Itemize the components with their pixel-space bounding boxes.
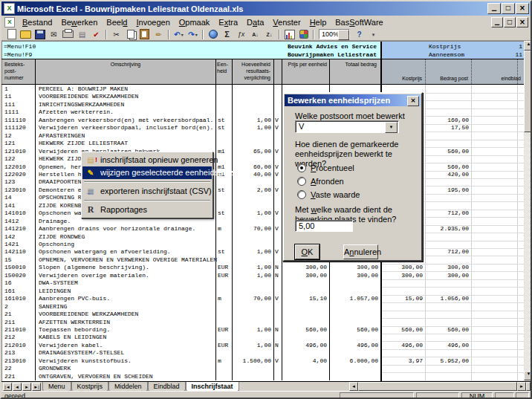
table-row[interactable]: 212KABELS EN LEIDINGEN — [1, 334, 524, 342]
toolbar-sort-descending-icon[interactable]: Z↓ — [262, 29, 276, 40]
menu-item-help[interactable]: Help — [305, 17, 331, 27]
context-menu-item[interactable]: wijzigen geselecteerde eenheidsprijzen — [82, 166, 212, 179]
table-row[interactable]: 142110Opschonen watergang en afvoerleidi… — [1, 248, 524, 256]
radio-button[interactable] — [297, 163, 306, 172]
table-row[interactable]: 221ONTGRAVEN, VERVOEREN EN SCHEIDEN — [1, 373, 524, 381]
vertical-scroll-thumb[interactable] — [524, 51, 532, 132]
cell-hoeveelheid: 1,00 — [233, 326, 271, 334]
radio-button[interactable] — [297, 190, 306, 199]
zoom-combo[interactable]: 100% — [319, 29, 350, 39]
ok-button[interactable]: OK — [295, 244, 319, 259]
menu-item-bewerken[interactable]: Bewerken — [56, 17, 102, 27]
toolbar-format-painter-icon[interactable]: ✏ — [152, 29, 166, 40]
doc-close-button[interactable] — [516, 17, 528, 27]
toolbar-cut-icon[interactable]: ✂ — [109, 29, 123, 40]
table-row[interactable]: 161010Aanbrengen PVC-buis.m70,00V15,101.… — [1, 295, 524, 303]
doc-restore-button[interactable] — [504, 17, 516, 27]
value-field[interactable]: 5,00 — [295, 220, 353, 232]
toolbar-undo-icon[interactable]: ↶▾ — [172, 29, 186, 40]
toolbar-chart-wizard-icon[interactable] — [282, 29, 296, 40]
previous-sheet-icon[interactable] — [13, 383, 22, 391]
cell-kostprijs-label[interactable]: Kostprijs — [429, 43, 461, 51]
radio-option[interactable]: Procentueel — [297, 163, 354, 173]
toolbar-autosum-icon[interactable]: Σ — [220, 29, 234, 40]
close-button[interactable] — [516, 3, 529, 14]
table-row[interactable]: 14OPSCHONING RA — [1, 194, 524, 202]
cell-page-1[interactable]: 1 — [484, 43, 522, 51]
toolbar-hyperlink-icon[interactable] — [206, 29, 220, 40]
last-sheet-icon[interactable] — [32, 383, 41, 391]
context-menu-item[interactable]: exporteren inschrijfstaat (CSV) — [82, 185, 212, 198]
tab-split-handle[interactable] — [526, 382, 531, 391]
toolbar-redo-icon[interactable]: ↷▾ — [186, 29, 200, 40]
table-row[interactable]: 22GRONDWERK — [1, 365, 524, 373]
toolbar-mail-icon[interactable]: ✉ — [47, 29, 61, 40]
undo-dropdown-icon[interactable]: ▾ — [181, 32, 184, 37]
menu-item-extra[interactable]: Extra — [214, 17, 242, 27]
table-row[interactable]: 16DWA-SYSTEEM — [1, 279, 524, 288]
cell-aanneemsom-label[interactable]: Aanneemsom — [429, 51, 464, 59]
radio-option[interactable]: Afronden — [297, 176, 344, 186]
next-sheet-icon[interactable] — [22, 383, 31, 391]
toolbar-copy-icon[interactable] — [123, 29, 137, 40]
toolbar-open-icon[interactable] — [19, 29, 33, 40]
menu-item-bassoftware[interactable]: BasSoftWare — [331, 17, 387, 27]
menu-item-invoegen[interactable]: Invoegen — [132, 17, 174, 27]
cell-company-2[interactable]: Bouwrijpmaken Leliestraat — [228, 51, 377, 59]
table-row[interactable]: 213DRAINAGESYSTEEM/-STELSEL — [1, 349, 524, 357]
radio-option[interactable]: Vaste waarde — [297, 189, 360, 200]
zoom-dropdown-icon[interactable] — [338, 30, 349, 40]
hscroll-left-button[interactable] — [349, 382, 358, 391]
dialog-close-icon[interactable] — [407, 96, 419, 106]
table-row[interactable]: 121HEKWERK ZIJDE LELIESTRAAT — [1, 140, 524, 148]
restore-button[interactable] — [502, 3, 515, 14]
scroll-down-button[interactable] — [524, 371, 532, 380]
postsoort-combobox[interactable]: V — [295, 120, 399, 133]
redo-dropdown-icon[interactable]: ▾ — [195, 32, 198, 37]
cell-formula-1[interactable]: =Menu!F10 — [4, 43, 36, 51]
table-row[interactable]: 11VOORBEREIDENDE WERKZAAMHEDEN — [1, 93, 524, 101]
menu-item-venster[interactable]: Venster — [268, 17, 305, 27]
doc-minimize-button[interactable] — [491, 17, 503, 27]
table-row[interactable]: 141010Opschonen watst1,00V712,00 — [1, 210, 524, 218]
toolbar-spelling-icon[interactable]: ✔ — [89, 29, 103, 40]
first-sheet-icon[interactable] — [3, 383, 12, 391]
horizontal-scroll-thumb[interactable] — [358, 382, 517, 391]
context-menu-item[interactable]: inschrijfstaat opnieuw genereren — [82, 154, 212, 166]
toolbar-toolbar-options-icon[interactable]: ▾ — [366, 29, 380, 40]
title-bar[interactable]: Microsoft Excel - Bouwrijpmaken Leliestr… — [1, 1, 531, 16]
cell-page-2[interactable]: 11 — [484, 51, 522, 59]
toolbar-paste-icon[interactable] — [137, 29, 152, 40]
scroll-up-button[interactable] — [524, 41, 532, 51]
toolbar-help-icon[interactable]: ? — [352, 29, 366, 40]
toolbar-drawing-icon[interactable] — [296, 29, 311, 40]
chevron-down-icon[interactable] — [385, 122, 398, 133]
context-menu-item[interactable]: Rapportages — [82, 204, 212, 216]
dialog-title-bar[interactable]: Bewerken eenheidsprijzen — [285, 94, 421, 106]
menu-item-bestand[interactable]: Bestand — [18, 17, 56, 27]
toolbar-paste-function-icon[interactable]: ƒx — [234, 29, 248, 40]
cell-formula-2[interactable]: =Menu!F9 — [4, 51, 32, 59]
table-row[interactable]: 123DRAAIPOORTEN — [1, 178, 524, 186]
table-row[interactable]: 150010Slopen (algemene beschrijving).EUR… — [1, 264, 524, 272]
toolbar-print-icon[interactable] — [61, 29, 75, 40]
cell-postsoort: V — [275, 225, 279, 233]
toolbar-save-icon[interactable] — [33, 29, 47, 40]
minimize-button[interactable] — [487, 3, 501, 14]
table-row[interactable]: 141210Aanbrengen drains voor horizontale… — [1, 225, 524, 233]
table-row[interactable]: 122HEKWERK ZIJDE — [1, 155, 524, 163]
toolbar-print-preview-icon[interactable]: ▤ — [75, 29, 89, 40]
toolbar-sort-ascending-icon[interactable]: A↓ — [248, 29, 262, 40]
toolbar-new-icon[interactable] — [4, 29, 19, 40]
context-menu-items: inschrijfstaat opnieuw genererenwijzigen… — [82, 154, 212, 216]
table-row[interactable]: 111120Verwijderen verkeersbordpaal, incl… — [1, 124, 524, 132]
cell-company-1[interactable]: Beuvink Advies en Service — [228, 43, 377, 51]
table-row[interactable]: 21VOORBEREIDENDE WERKZAAMHEDEN — [1, 311, 524, 319]
hscroll-right-button[interactable] — [517, 382, 526, 391]
menu-item-data[interactable]: Data — [242, 17, 268, 27]
menu-item-opmaak[interactable]: Opmaak — [175, 17, 215, 27]
radio-button[interactable] — [297, 177, 306, 186]
menu-item-beeld[interactable]: Beeld — [102, 17, 132, 27]
table-row[interactable]: 1111Afzetten werkterrein. — [1, 108, 524, 117]
cancel-button[interactable]: Annuleren — [343, 244, 378, 259]
